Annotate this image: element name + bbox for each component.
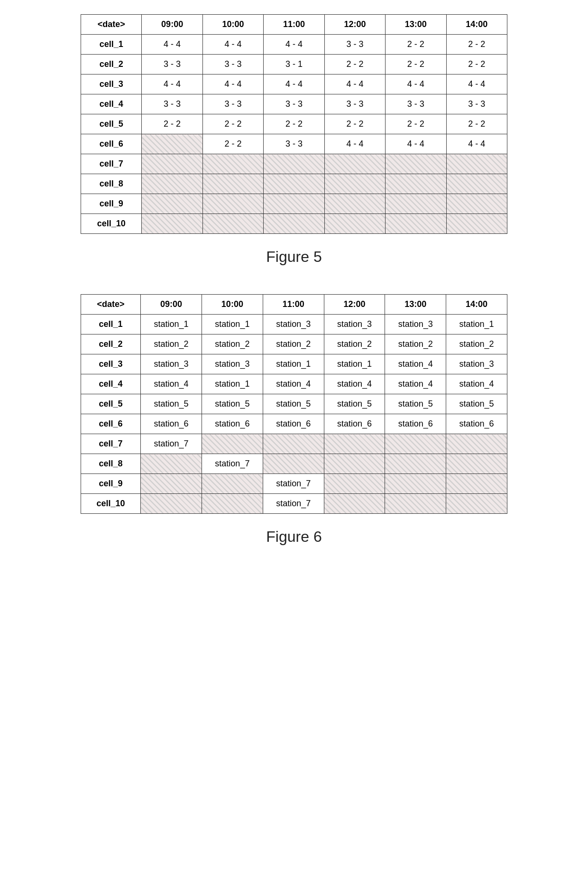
table-cell (141, 454, 202, 474)
row-label: cell_3 (81, 74, 142, 94)
table-cell (324, 474, 385, 494)
table-cell (264, 214, 324, 234)
table-cell: 3 - 3 (142, 55, 202, 74)
table-cell: station_5 (202, 394, 263, 414)
table-cell (386, 154, 446, 174)
table-row: cell_1station_1station_1station_3station… (81, 315, 507, 334)
table-cell: 3 - 3 (202, 94, 263, 114)
table-cell (324, 454, 385, 474)
table-row: cell_2station_2station_2station_2station… (81, 334, 507, 354)
table-row: cell_4station_4station_1station_4station… (81, 374, 507, 394)
table-cell: 2 - 2 (386, 114, 446, 134)
table-cell (142, 174, 202, 194)
table-row: cell_9 (81, 194, 507, 214)
figure6-caption: Figure 6 (266, 528, 322, 546)
table-cell (446, 454, 507, 474)
table-cell: 2 - 2 (386, 35, 446, 55)
table-cell: station_2 (202, 334, 263, 354)
column-header: 10:00 (202, 15, 263, 35)
table-cell: station_3 (385, 315, 446, 334)
figure5-caption: Figure 5 (266, 248, 322, 266)
table-cell: 2 - 2 (264, 114, 324, 134)
figure6-table: <date>09:0010:0011:0012:0013:0014:00cell… (81, 294, 507, 514)
figure5-section: <date>09:0010:0011:0012:0013:0014:00cell… (19, 14, 569, 266)
table-cell: 2 - 2 (446, 114, 507, 134)
table-cell: station_6 (202, 414, 263, 434)
table-cell: 4 - 4 (324, 74, 385, 94)
table-row: cell_8station_7 (81, 454, 507, 474)
table-cell (446, 194, 507, 214)
table-cell: 4 - 4 (324, 134, 385, 154)
table-cell (202, 174, 263, 194)
table-cell: 4 - 4 (446, 134, 507, 154)
table-cell: 2 - 2 (202, 134, 263, 154)
table-cell: station_3 (141, 354, 202, 374)
table-cell (446, 494, 507, 514)
table-cell: 4 - 4 (264, 74, 324, 94)
table-row: cell_23 - 33 - 33 - 12 - 22 - 22 - 2 (81, 55, 507, 74)
table-row: cell_10station_7 (81, 494, 507, 514)
row-label: cell_9 (81, 474, 141, 494)
table-cell: 2 - 2 (446, 35, 507, 55)
table-cell (324, 174, 385, 194)
row-label: cell_5 (81, 394, 141, 414)
table-cell (202, 474, 263, 494)
table-cell: 4 - 4 (202, 74, 263, 94)
row-label: cell_1 (81, 315, 141, 334)
table-cell: 3 - 3 (386, 94, 446, 114)
column-header: 14:00 (446, 15, 507, 35)
table-cell: station_2 (324, 334, 385, 354)
table-cell: 2 - 2 (386, 55, 446, 74)
table-cell: station_7 (202, 454, 263, 474)
table-cell (263, 454, 324, 474)
table-cell (142, 134, 202, 154)
figure6-section: <date>09:0010:0011:0012:0013:0014:00cell… (19, 294, 569, 546)
table-cell: station_6 (446, 414, 507, 434)
table-cell (446, 214, 507, 234)
column-header: <date> (81, 15, 142, 35)
table-cell: 3 - 3 (202, 55, 263, 74)
table-cell: station_2 (263, 334, 324, 354)
table-row: cell_9station_7 (81, 474, 507, 494)
table-cell: station_4 (385, 354, 446, 374)
table-cell: station_7 (263, 474, 324, 494)
table-cell (446, 474, 507, 494)
column-header: 11:00 (263, 295, 324, 315)
table-cell: station_2 (141, 334, 202, 354)
table-cell (386, 174, 446, 194)
table-cell (142, 194, 202, 214)
table-cell (141, 494, 202, 514)
table-cell: 3 - 3 (446, 94, 507, 114)
table-cell: 2 - 2 (446, 55, 507, 74)
table-cell: 4 - 4 (386, 134, 446, 154)
table-cell (446, 434, 507, 454)
table-cell: station_5 (385, 394, 446, 414)
row-label: cell_10 (81, 214, 142, 234)
table-cell: 4 - 4 (386, 74, 446, 94)
row-label: cell_10 (81, 494, 141, 514)
table-cell (446, 174, 507, 194)
table-cell: station_4 (385, 374, 446, 394)
table-row: cell_5station_5station_5station_5station… (81, 394, 507, 414)
table-cell (264, 154, 324, 174)
column-header: 13:00 (385, 295, 446, 315)
table-cell (264, 174, 324, 194)
table-cell (385, 434, 446, 454)
table-cell (263, 434, 324, 454)
table-row: cell_10 (81, 214, 507, 234)
row-label: cell_9 (81, 194, 142, 214)
table-cell: 4 - 4 (142, 35, 202, 55)
table-cell (386, 214, 446, 234)
table-cell: station_7 (263, 494, 324, 514)
table-cell: station_4 (263, 374, 324, 394)
table-cell: station_6 (324, 414, 385, 434)
table-cell: station_2 (385, 334, 446, 354)
column-header: 10:00 (202, 295, 263, 315)
table-cell: 4 - 4 (202, 35, 263, 55)
table-cell: station_6 (141, 414, 202, 434)
table-row: cell_62 - 23 - 34 - 44 - 44 - 4 (81, 134, 507, 154)
row-label: cell_8 (81, 454, 141, 474)
row-label: cell_7 (81, 434, 141, 454)
table-cell: 2 - 2 (202, 114, 263, 134)
table-cell (202, 154, 263, 174)
